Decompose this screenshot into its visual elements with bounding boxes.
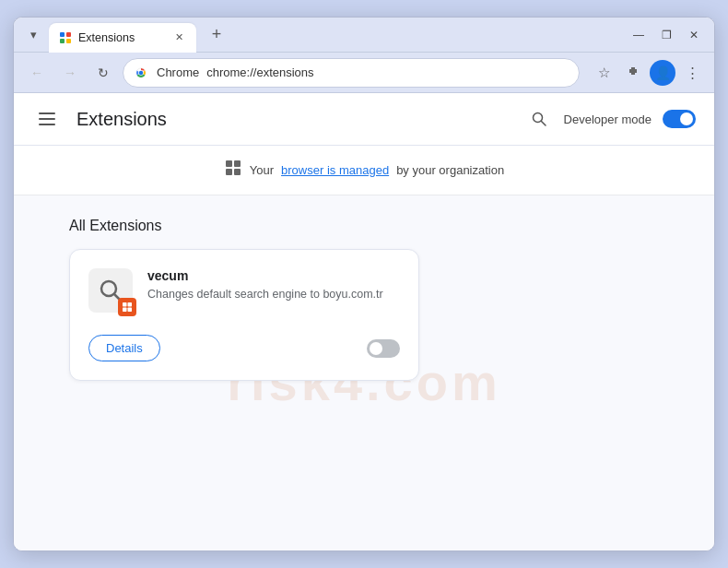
- svg-rect-2: [60, 39, 65, 43]
- svg-rect-1: [66, 32, 71, 37]
- minimize-button[interactable]: —: [626, 22, 652, 48]
- hamburger-menu-button[interactable]: [32, 104, 62, 134]
- search-button[interactable]: [525, 105, 553, 133]
- hamburger-line-2: [39, 118, 55, 120]
- svg-rect-9: [226, 160, 232, 167]
- page-content: Extensions Developer mode: [14, 93, 714, 550]
- svg-rect-0: [60, 32, 65, 37]
- profile-button[interactable]: 👤: [650, 60, 675, 86]
- developer-mode-label: Developer mode: [564, 112, 652, 126]
- tab-dropdown-button[interactable]: ▾: [21, 23, 45, 47]
- extension-name: vecum: [147, 268, 400, 283]
- developer-mode-toggle[interactable]: [663, 110, 696, 128]
- hamburger-line-1: [39, 112, 55, 114]
- forward-button[interactable]: →: [56, 59, 84, 87]
- title-bar: ▾ Extensions ✕ + — ❐ ✕: [14, 18, 714, 53]
- tab-favicon-icon: [58, 30, 73, 45]
- extensions-section: All Extensions: [14, 195, 714, 403]
- tab-title: Extensions: [78, 31, 165, 44]
- new-tab-button[interactable]: +: [204, 22, 229, 48]
- managed-text-2: by your organization: [396, 163, 504, 177]
- extension-icon-wrapper: [88, 268, 133, 313]
- svg-rect-18: [128, 308, 133, 313]
- extensions-button[interactable]: [620, 60, 646, 86]
- address-text: chrome://extensions: [206, 65, 569, 79]
- more-button[interactable]: ⋮: [679, 60, 705, 86]
- svg-rect-12: [234, 169, 241, 175]
- bookmark-button[interactable]: ☆: [591, 60, 616, 86]
- managed-link[interactable]: browser is managed: [281, 163, 389, 177]
- header-right: Developer mode: [525, 105, 696, 133]
- maximize-button[interactable]: ❐: [653, 22, 679, 48]
- extension-description: Changes default search engine to boyu.co…: [147, 287, 400, 303]
- extension-card: vecum Changes default search engine to b…: [69, 249, 419, 381]
- svg-line-8: [541, 122, 546, 126]
- back-button[interactable]: ←: [23, 59, 51, 87]
- toolbar: ← → ↻ Chrome chrome://extensions ☆: [14, 53, 714, 93]
- managed-text-1: Your: [250, 163, 274, 177]
- chrome-logo-icon: [133, 65, 149, 81]
- title-bar-left: ▾ Extensions ✕ +: [21, 18, 229, 53]
- extension-card-bottom: Details: [88, 335, 400, 361]
- hamburger-line-3: [39, 124, 55, 125]
- svg-rect-15: [123, 302, 127, 307]
- svg-rect-11: [226, 169, 232, 175]
- svg-rect-3: [66, 39, 71, 43]
- svg-rect-10: [234, 160, 241, 167]
- all-extensions-title: All Extensions: [69, 218, 659, 234]
- svg-point-6: [139, 70, 143, 74]
- extensions-header: Extensions Developer mode: [14, 93, 714, 146]
- title-bar-controls: — ❐ ✕: [626, 22, 707, 48]
- toolbar-right-buttons: ☆ 👤 ⋮: [591, 60, 705, 86]
- managed-icon: [224, 159, 242, 182]
- active-tab[interactable]: Extensions ✕: [49, 23, 196, 53]
- chrome-label: Chrome: [157, 65, 199, 79]
- extension-info: vecum Changes default search engine to b…: [147, 268, 400, 303]
- tab-close-button[interactable]: ✕: [170, 30, 187, 46]
- extension-card-top: vecum Changes default search engine to b…: [88, 268, 400, 313]
- address-bar[interactable]: Chrome chrome://extensions: [123, 58, 580, 88]
- page-title: Extensions: [76, 109, 525, 130]
- extension-badge: [118, 298, 136, 316]
- close-button[interactable]: ✕: [681, 22, 707, 48]
- reload-button[interactable]: ↻: [89, 59, 117, 87]
- managed-notice: Your browser is managed by your organiza…: [14, 146, 714, 195]
- details-button[interactable]: Details: [88, 335, 160, 361]
- svg-rect-17: [123, 308, 127, 313]
- browser-window: ▾ Extensions ✕ + — ❐ ✕ ← → ↻: [13, 17, 715, 551]
- extension-enable-toggle[interactable]: [367, 339, 400, 358]
- svg-rect-16: [128, 302, 133, 307]
